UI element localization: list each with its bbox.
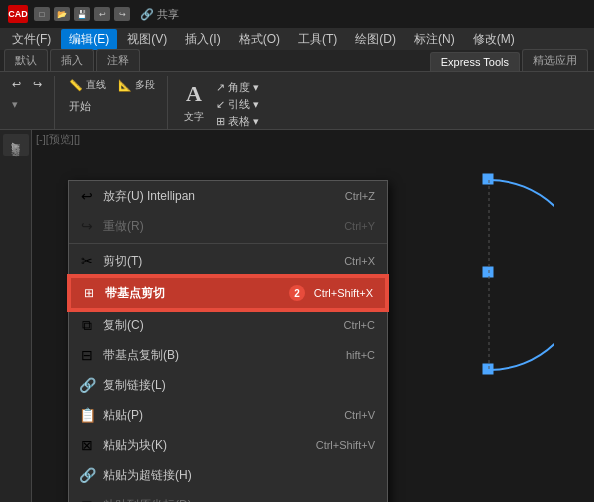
line-btn[interactable]: 📏 直线 xyxy=(65,76,110,94)
cut-dd-icon: ✂ xyxy=(77,251,97,271)
toolbar-row-2: ▾ xyxy=(8,96,46,113)
canvas-area: [-][预览][] ↩ 放弃(U) Intellipan Ctrl+Z xyxy=(32,130,594,502)
draw-label: 开始 xyxy=(69,99,91,114)
cutbase-dd-shortcut: Ctrl+Shift+X xyxy=(314,287,373,299)
save-icon[interactable]: 💾 xyxy=(74,7,90,21)
annotation-group: A 文字 ↗ 角度 ▾ ↙ 引线 ▾ ⊞ 表格 ▾ 注释 ▾ xyxy=(174,76,265,129)
sidebar-btn-1[interactable]: ▶ xyxy=(3,134,29,156)
tab-insert[interactable]: 插入 xyxy=(50,49,94,71)
dropdown-menu: ↩ 放弃(U) Intellipan Ctrl+Z ↪ 重做(R) Ctrl+Y… xyxy=(68,180,388,502)
sep-1 xyxy=(69,243,387,244)
menu-edit[interactable]: 编辑(E) xyxy=(61,29,117,50)
cutbase-dd-text: 带基点剪切 xyxy=(105,285,294,302)
new-icon[interactable]: □ xyxy=(34,7,50,21)
pasteorigin-dd-icon: ⊡ xyxy=(77,495,97,502)
copylink-dd-text: 复制链接(L) xyxy=(103,377,355,394)
toolbar-draw-row2: 开始 xyxy=(65,97,159,116)
menu-pasteblock[interactable]: ⊠ 粘贴为块(K) Ctrl+Shift+V xyxy=(69,430,387,460)
svg-rect-1 xyxy=(483,267,493,277)
tab-annotate[interactable]: 注释 xyxy=(96,49,140,71)
redo-toolbar-btn[interactable]: ↪ xyxy=(29,76,46,93)
copybase-dd-shortcut: hift+C xyxy=(346,349,375,361)
copy-dd-shortcut: Ctrl+C xyxy=(344,319,375,331)
start-draw-btn[interactable]: 开始 xyxy=(65,97,95,116)
undo-dd-icon: ↩ xyxy=(77,186,97,206)
paste-dd-text: 粘贴(P) xyxy=(103,407,324,424)
paste-dd-icon: 📋 xyxy=(77,405,97,425)
expand-icon: ▾ xyxy=(12,98,18,111)
pasteblock-dd-text: 粘贴为块(K) xyxy=(103,437,296,454)
main-area: ▶ 直线 多段 [-][预览][] ↩ 放弃(U) Intellipa xyxy=(0,130,594,502)
redo-dd-icon: ↪ xyxy=(77,216,97,236)
pastehyper-dd-icon: 🔗 xyxy=(77,465,97,485)
redo-title-icon[interactable]: ↪ xyxy=(114,7,130,21)
redo-dd-shortcut: Ctrl+Y xyxy=(344,220,375,232)
undo-toolbar-btn[interactable]: ↩ xyxy=(8,76,25,93)
leader-icon: ↙ xyxy=(216,98,225,111)
title-bar: CAD □ 📂 💾 ↩ ↪ 🔗 共享 xyxy=(0,0,594,28)
copylink-dd-icon: 🔗 xyxy=(77,375,97,395)
menu-insert[interactable]: 插入(I) xyxy=(177,29,228,50)
menu-view[interactable]: 视图(V) xyxy=(119,29,175,50)
cut-dd-shortcut: Ctrl+X xyxy=(344,255,375,267)
menu-undo[interactable]: ↩ 放弃(U) Intellipan Ctrl+Z xyxy=(69,181,387,211)
line-label: 直线 xyxy=(86,78,106,92)
cad-logo: CAD xyxy=(8,5,28,23)
menu-tools[interactable]: 工具(T) xyxy=(290,29,345,50)
copy-dd-text: 复制(C) xyxy=(103,317,324,334)
polyline-btn[interactable]: 📐 多段 xyxy=(114,76,159,94)
svg-rect-2 xyxy=(483,364,493,374)
menu-cutbase[interactable]: ⊞ 带基点剪切 2 Ctrl+Shift+X xyxy=(69,276,387,310)
pasteblock-dd-shortcut: Ctrl+Shift+V xyxy=(316,439,375,451)
annotation-top: A 文字 ↗ 角度 ▾ ↙ 引线 ▾ ⊞ 表格 ▾ xyxy=(180,80,259,129)
menu-copylink[interactable]: 🔗 复制链接(L) xyxy=(69,370,387,400)
undo-title-icon[interactable]: ↩ xyxy=(94,7,110,21)
text-big-icon: A xyxy=(180,80,208,108)
polyline-icon: 📐 xyxy=(118,79,132,92)
copybase-dd-icon: ⊟ xyxy=(77,345,97,365)
leader-btn[interactable]: ↙ 引线 ▾ xyxy=(216,97,259,112)
menu-annotate[interactable]: 标注(N) xyxy=(406,29,463,50)
line-icon: 📏 xyxy=(69,79,83,92)
paste-dd-shortcut: Ctrl+V xyxy=(344,409,375,421)
share-button[interactable]: 🔗 共享 xyxy=(140,7,179,22)
menu-modify[interactable]: 修改(M) xyxy=(465,29,523,50)
angle-icon: ↗ xyxy=(216,81,225,94)
menu-paste[interactable]: 📋 粘贴(P) Ctrl+V xyxy=(69,400,387,430)
toolbar-group-draw: 📏 直线 📐 多段 开始 xyxy=(61,76,168,129)
tab-express-tools[interactable]: Express Tools xyxy=(430,52,520,71)
pastehyper-dd-text: 粘贴为超链接(H) xyxy=(103,467,355,484)
undo-icon: ↩ xyxy=(12,78,21,91)
undo-dd-shortcut: Ctrl+Z xyxy=(345,190,375,202)
open-icon[interactable]: 📂 xyxy=(54,7,70,21)
left-sidebar: ▶ 直线 多段 xyxy=(0,130,32,502)
menu-file[interactable]: 文件(F) xyxy=(4,29,59,50)
menu-draw[interactable]: 绘图(D) xyxy=(347,29,404,50)
menu-copy[interactable]: ⧉ 复制(C) Ctrl+C xyxy=(69,310,387,340)
menu-copybase[interactable]: ⊟ 带基点复制(B) hift+C xyxy=(69,340,387,370)
redo-icon: ↪ xyxy=(33,78,42,91)
pasteorigin-dd-text: 粘贴到原坐标(D) xyxy=(103,497,355,503)
menu-pastehyper[interactable]: 🔗 粘贴为超链接(H) xyxy=(69,460,387,490)
menu-cut[interactable]: ✂ 剪切(T) Ctrl+X xyxy=(69,246,387,276)
ribbon-tabs: 默认 插入 注释 Express Tools 精选应用 xyxy=(0,50,594,72)
angle-label: 角度 ▾ xyxy=(228,80,259,95)
leader-label: 引线 ▾ xyxy=(228,97,259,112)
svg-rect-0 xyxy=(483,174,493,184)
arc-container xyxy=(424,170,544,370)
toolbar-draw-row1: 📏 直线 📐 多段 xyxy=(65,76,159,94)
text-label: 文字 xyxy=(184,110,204,124)
tab-default[interactable]: 默认 xyxy=(4,49,48,71)
table-label: 表格 ▾ xyxy=(228,114,259,129)
table-btn[interactable]: ⊞ 表格 ▾ xyxy=(216,114,259,129)
arc-svg xyxy=(424,170,554,380)
text-big-btn[interactable]: A 文字 xyxy=(180,80,208,124)
tab-jingxuan[interactable]: 精选应用 xyxy=(522,49,588,71)
menu-bar: 文件(F) 编辑(E) 视图(V) 插入(I) 格式(O) 工具(T) 绘图(D… xyxy=(0,28,594,50)
copy-dd-icon: ⧉ xyxy=(77,315,97,335)
menu-format[interactable]: 格式(O) xyxy=(231,29,288,50)
polyline-label: 多段 xyxy=(135,78,155,92)
toolbar-more-btn[interactable]: ▾ xyxy=(8,96,22,113)
menu-redo: ↪ 重做(R) Ctrl+Y xyxy=(69,211,387,241)
angle-btn[interactable]: ↗ 角度 ▾ xyxy=(216,80,259,95)
